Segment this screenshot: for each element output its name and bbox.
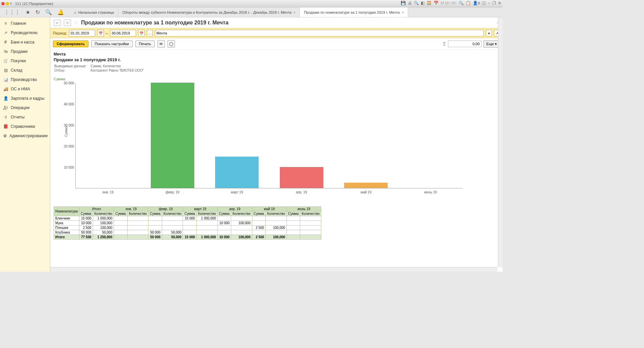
y-tick: 50 000 <box>64 81 74 85</box>
save-icon[interactable]: 💾 <box>401 1 406 6</box>
minimize-icon[interactable]: – <box>488 1 490 6</box>
sidebar-icon: ↗ <box>3 30 8 35</box>
sidebar-item-10[interactable]: ılОтчеты <box>0 112 50 122</box>
dropdown-icon[interactable]: ▾ <box>10 1 12 6</box>
sidebar-item-5[interactable]: ▤Склад <box>0 66 50 75</box>
sidebar-item-label: Банк и касса <box>11 40 35 45</box>
data-table: НоменклатураИтогоянв. 19февр. 19март 19а… <box>54 206 321 240</box>
outdata-value: Сумма, Количество <box>90 64 147 68</box>
m-icon[interactable]: M M+ М- <box>441 1 457 6</box>
date-from-input[interactable] <box>69 30 95 36</box>
sidebar-icon: 🛒 <box>3 59 8 63</box>
user-icon[interactable]: 👤я <box>473 1 480 6</box>
calc-icon[interactable]: 🧮 <box>427 1 432 6</box>
sidebar-item-label: Производство <box>11 77 37 82</box>
period-more-button[interactable]: … <box>147 30 153 36</box>
sidebar-item-12[interactable]: ✿Администрирование <box>0 131 50 141</box>
sidebar-icon: Дт <box>3 105 8 110</box>
calendar-icon[interactable]: 📅 <box>434 1 439 6</box>
sidebar-item-label: Зарплата и кадры <box>11 96 44 101</box>
sidebar-item-label: Администрирование <box>9 134 48 138</box>
clipboard-icon[interactable]: 📋 <box>466 1 471 6</box>
close-window-icon[interactable]: ✕ <box>498 1 501 6</box>
settings-button[interactable]: Показать настройки <box>91 40 133 47</box>
org-dropdown-icon[interactable]: ▾ <box>486 30 492 36</box>
sidebar-icon: ✿ <box>3 134 7 138</box>
sidebar-item-8[interactable]: 👤Зарплата и кадры <box>0 94 50 103</box>
print-icon[interactable]: 🖨 <box>408 1 412 6</box>
more-button[interactable]: Еще ▾ <box>484 40 500 48</box>
x-category: февр. 19 <box>166 190 179 194</box>
sidebar-item-label: Главное <box>11 21 26 26</box>
vertical-scrollbar[interactable] <box>498 17 503 267</box>
sidebar: ≡Главное↗Руководителю₽Банк и касса🛍Прода… <box>0 17 50 272</box>
apps-icon[interactable]: ⋮⋮⋮ <box>4 9 20 15</box>
tab-home-label: Начальная страница <box>78 10 114 14</box>
sidebar-item-11[interactable]: 📕Справочники <box>0 122 50 131</box>
sidebar-item-4[interactable]: 🛒Покупки <box>0 56 50 66</box>
export-icon[interactable]: ◯ <box>168 40 175 48</box>
horizontal-scrollbar[interactable] <box>50 267 497 272</box>
favorite-icon[interactable]: ★ <box>25 9 30 15</box>
sidebar-item-label: Справочники <box>11 124 35 129</box>
sidebar-icon: 👤 <box>3 96 8 101</box>
bar-Мука <box>280 167 323 188</box>
sidebar-item-0[interactable]: ≡Главное <box>0 19 50 28</box>
tab-home[interactable]: ⌂ Начальная страница <box>70 7 118 17</box>
sidebar-item-3[interactable]: 🛍Продажи <box>0 47 50 56</box>
search-global-icon[interactable]: 🔍 <box>45 9 52 15</box>
report-title: Продажи за 1 полугодие 2019 г. <box>54 57 499 62</box>
action-bar: Сформировать Показать настройки Печать ✉… <box>50 38 503 50</box>
email-icon[interactable]: ✉ <box>157 40 165 48</box>
date-to-input[interactable] <box>110 30 136 36</box>
sidebar-item-6[interactable]: 📊Производство <box>0 75 50 84</box>
sidebar-item-label: ОС и НМА <box>11 87 30 91</box>
preview-icon[interactable]: 🔍 <box>414 1 419 6</box>
close-icon[interactable]: × <box>402 10 404 14</box>
org-input[interactable] <box>155 30 484 36</box>
calendar-to-icon[interactable]: 📅 <box>138 30 145 36</box>
bar-Плюшки <box>344 183 388 188</box>
page-header: ← → ☆ Продажи по номенклатуре за 1 полуг… <box>50 17 503 28</box>
sidebar-item-1[interactable]: ↗Руководителю <box>0 28 50 37</box>
chart-title: Сумма <box>54 77 499 81</box>
star-icon[interactable]: ☆ <box>74 19 78 26</box>
sidebar-item-label: Склад <box>11 68 22 73</box>
search-icon[interactable]: 🔍 <box>459 1 464 6</box>
bar-Блинчики <box>215 157 259 188</box>
calendar-from-icon[interactable]: 📅 <box>97 30 104 36</box>
close-icon[interactable]: × <box>294 10 296 14</box>
print-button[interactable]: Печать <box>135 40 155 47</box>
outdata-label: Выводимые данные: <box>54 64 90 68</box>
period-label: Период: <box>53 31 67 35</box>
sum-field[interactable] <box>448 40 481 47</box>
sidebar-item-label: Операции <box>11 105 29 110</box>
logo-dot-1 <box>1 2 5 5</box>
sidebar-icon: 🛍 <box>3 49 8 54</box>
sidebar-icon: ıl <box>3 115 8 119</box>
sidebar-icon: ₽ <box>3 40 8 45</box>
tab-report-2[interactable]: Продажи по номенклатуре за 1 полугодие 2… <box>300 7 408 17</box>
x-category: июнь 19 <box>424 190 437 194</box>
compare-icon[interactable]: ◧ <box>421 1 425 6</box>
sidebar-icon: ▤ <box>3 68 8 73</box>
logo-dot-2 <box>6 2 9 5</box>
back-button[interactable]: ← <box>54 19 61 26</box>
top-toolbar: ⋮⋮⋮ ★ ↻ 🔍 🔔 ⌂ Начальная страница Обороты… <box>0 7 503 17</box>
content-area: ← → ☆ Продажи по номенклатуре за 1 полуг… <box>50 17 503 272</box>
sidebar-item-9[interactable]: ДтОперации <box>0 103 50 112</box>
sidebar-icon: 📊 <box>3 77 8 82</box>
history-icon[interactable]: ↻ <box>36 9 40 15</box>
title-bar: ▾ 111 (1С:Предприятие) 💾 🖨 🔍 ◧ 🧮 📅 M M+ … <box>0 0 503 7</box>
info-icon[interactable]: ⓘ <box>482 1 486 6</box>
filter-value: Контрагент Равно "ВИОТЕК ООО" <box>90 69 147 72</box>
sidebar-item-7[interactable]: 🚚ОС и НМА <box>0 84 50 94</box>
y-tick: 20 000 <box>64 145 74 148</box>
tab-report-1[interactable]: Обороты между субконто Номенклатура и Ко… <box>118 7 300 17</box>
bell-icon[interactable]: 🔔 <box>57 9 64 15</box>
maximize-icon[interactable]: ❐ <box>492 1 496 6</box>
forward-button[interactable]: → <box>64 19 71 26</box>
sidebar-item-2[interactable]: ₽Банк и касса <box>0 37 50 47</box>
filter-bar: Период: 📅 – 📅 … ▾ ↗ <box>50 28 503 38</box>
form-button[interactable]: Сформировать <box>53 40 88 47</box>
